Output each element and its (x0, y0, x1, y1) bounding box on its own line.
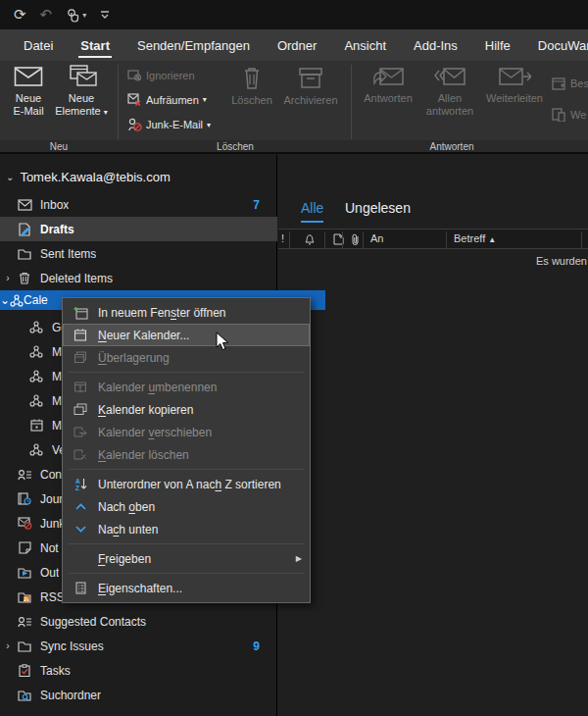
sidebar-item-sent-items[interactable]: Sent Items (0, 241, 277, 266)
sidebar-item-sync-issues[interactable]: › Sync Issues 9 (0, 634, 277, 658)
new-items-icon (65, 65, 98, 88)
forward-button: Weiterleiten (482, 65, 547, 105)
tab-datei[interactable]: Datei (10, 32, 67, 59)
junk-email-button[interactable]: Junk-E-Mail ▾ (127, 118, 211, 131)
ignore-icon (127, 69, 142, 81)
tab-hilfe[interactable]: Hilfe (471, 32, 524, 59)
menu-item-rename-calendar: Kalender umbenennen (63, 376, 310, 398)
group-label-neu: Neu (6, 141, 112, 152)
list-column-headers: ! An Betreff ▲ (278, 229, 588, 249)
calendar-group-icon (10, 294, 24, 307)
contacts-icon (16, 616, 33, 628)
rename-calendar-icon (71, 381, 90, 393)
sidebar-item-suchordner[interactable]: Suchordner (0, 683, 277, 707)
menu-item-new-calendar[interactable]: Neuer Kalender... (63, 324, 310, 346)
folder-icon (16, 248, 33, 260)
sidebar-item-deleted-items[interactable]: › Deleted Items (0, 266, 277, 290)
sidebar-item-drafts[interactable]: Drafts (0, 217, 277, 241)
calendar-group-icon (27, 370, 45, 383)
unread-count: 7 (253, 198, 260, 212)
meeting-icon (552, 77, 566, 90)
customize-toolbar-icon[interactable] (100, 10, 110, 20)
undo-icon[interactable]: ↶ (40, 6, 53, 24)
ribbon-group-labels: Neu Löschen Antworten (0, 140, 588, 154)
filter-tab-ungelesen[interactable]: Ungelesen (345, 200, 411, 216)
search-folder-icon (16, 690, 33, 701)
reply-all-button: Allen antworten (421, 65, 478, 118)
tab-add-ins[interactable]: Add-Ins (400, 32, 471, 59)
column-to[interactable]: An (370, 232, 383, 244)
new-email-button[interactable]: Neue E-Mail (6, 65, 51, 118)
new-items-button[interactable]: Neue Elemente ▾ (53, 65, 110, 119)
group-label-loeschen: Löschen (125, 141, 345, 152)
sort-az-icon: AZ (71, 478, 90, 491)
reminder-bell-icon[interactable] (304, 233, 316, 245)
tab-senden-empfangen[interactable]: Senden/Empfangen (123, 32, 264, 59)
column-subject[interactable]: Betreff ▲ (454, 232, 496, 244)
open-new-window-icon (71, 306, 90, 320)
sidebar-item-suggested-contacts[interactable]: Suggested Contacts (0, 609, 277, 634)
touch-mode-icon[interactable]: ▾ (66, 8, 86, 23)
send-receive-icon[interactable]: ⟳ (14, 6, 26, 24)
junk-folder-icon (16, 517, 33, 530)
menu-item-share[interactable]: Freigeben ▶ (63, 547, 310, 570)
menu-separator (69, 573, 304, 574)
menu-item-move-down[interactable]: Nach unten (63, 518, 310, 540)
archive-icon (297, 65, 324, 90)
sidebar-item-inbox[interactable]: Inbox 7 (0, 192, 277, 217)
expand-chevron-icon[interactable]: › (0, 273, 16, 283)
meeting-button-clipped: Bes (552, 77, 588, 90)
move-calendar-icon (71, 426, 90, 438)
ribbon-group-separator (351, 65, 352, 139)
touch-mode-caret-icon: ▾ (82, 11, 86, 20)
new-email-icon (14, 65, 43, 88)
attachment-icon[interactable] (351, 233, 360, 246)
cleanup-button[interactable]: Aufräumen ▾ (127, 93, 207, 106)
folder-icon (16, 640, 33, 652)
account-chevron-icon: ⌄ (6, 172, 14, 182)
tab-ordner[interactable]: Ordner (264, 32, 330, 59)
calendar-context-menu: In neuem Fenster öffnen Neuer Kalender..… (62, 297, 311, 603)
menu-item-properties[interactable]: Eigenschaften... (63, 577, 310, 599)
chevron-down-icon (71, 526, 90, 533)
column-importance[interactable]: ! (281, 232, 284, 244)
calendar-group-icon (27, 443, 45, 456)
journal-icon (16, 492, 33, 505)
forward-icon (498, 65, 531, 88)
quick-access-toolbar: ⟳ ↶ ▾ (0, 0, 588, 29)
collapse-chevron-icon[interactable]: ⌄ (0, 293, 10, 307)
notes-icon (16, 541, 33, 554)
ribbon-tab-bar: Datei Start Senden/Empfangen Ordner Ansi… (0, 29, 588, 61)
drafts-icon (16, 223, 33, 236)
sidebar-item-tasks[interactable]: Tasks (0, 658, 277, 683)
delete-icon (240, 65, 264, 90)
filter-tab-alle[interactable]: Alle (301, 200, 323, 216)
archive-button: Archivieren (280, 65, 341, 107)
tab-ansicht[interactable]: Ansicht (330, 32, 400, 59)
menu-item-sort-subfolders[interactable]: AZ Unterordner von A nach Z sortieren (63, 473, 310, 495)
tab-docuware[interactable]: DocuWare (524, 32, 588, 59)
new-items-caret-icon: ▾ (104, 108, 108, 117)
menu-item-copy-calendar[interactable]: Kalender kopieren (63, 398, 310, 421)
calendar-group-icon (27, 345, 45, 358)
delete-button: Löschen (228, 65, 275, 107)
account-header[interactable]: ⌄ Tomek.Kawala@tebis.com (6, 170, 171, 184)
new-items-label: Neue (69, 92, 94, 105)
tasks-icon (16, 664, 33, 677)
rss-icon (16, 591, 33, 603)
expand-chevron-icon[interactable]: › (0, 640, 16, 651)
menu-item-move-up[interactable]: Nach oben (63, 495, 310, 518)
copy-calendar-icon (71, 403, 90, 416)
reply-icon (371, 65, 405, 88)
menu-item-open-new-window[interactable]: In neuem Fenster öffnen (63, 301, 310, 324)
delete-calendar-icon (71, 448, 90, 461)
tab-start[interactable]: Start (67, 32, 123, 59)
menu-separator (69, 372, 304, 373)
account-email: Tomek.Kawala@tebis.com (20, 170, 170, 184)
chevron-up-icon (71, 503, 90, 510)
overlay-icon (71, 351, 90, 364)
menu-item-overlay: Überlagerung (63, 346, 310, 369)
svg-text:Z: Z (75, 485, 79, 491)
calendar-group-icon (27, 394, 45, 407)
reply-all-icon (433, 65, 466, 88)
